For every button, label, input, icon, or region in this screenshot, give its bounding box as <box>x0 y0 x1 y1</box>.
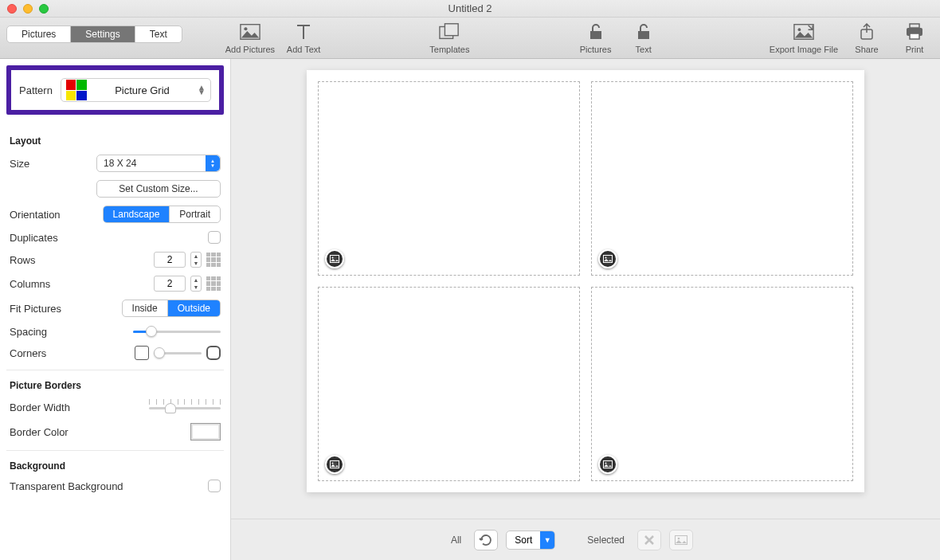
orientation-label: Orientation <box>10 209 81 221</box>
columns-label: Columns <box>10 278 81 290</box>
templates-icon <box>439 22 460 42</box>
svg-rect-18 <box>604 461 613 468</box>
pattern-section: Pattern Picture Grid ▲▼ <box>6 65 224 115</box>
corners-slider[interactable] <box>154 347 202 359</box>
delete-selected-button[interactable] <box>637 530 661 550</box>
transparent-bg-label: Transparent Background <box>10 480 145 492</box>
borders-section: Picture Borders Border Width Border Colo… <box>6 370 224 451</box>
grid-columns-icon <box>206 276 221 291</box>
corners-label: Corners <box>10 347 81 359</box>
share-icon <box>856 22 877 42</box>
selected-picture-button[interactable] <box>669 530 693 550</box>
orientation-landscape[interactable]: Landscape <box>104 206 170 222</box>
title-bar: Untitled 2 <box>0 0 940 18</box>
background-section: Background Transparent Background <box>6 451 224 502</box>
grid-cell[interactable] <box>591 287 853 481</box>
canvas-area: All Sort ▼ Selected <box>231 59 940 560</box>
svg-rect-3 <box>445 24 459 36</box>
border-width-label: Border Width <box>10 401 97 413</box>
add-picture-icon[interactable] <box>598 455 617 474</box>
grid-cell[interactable] <box>318 287 580 481</box>
chevron-updown-icon <box>206 155 220 171</box>
templates-button[interactable]: Templates <box>429 22 469 54</box>
spacing-label: Spacing <box>10 326 81 338</box>
corner-square-icon <box>135 346 149 360</box>
borders-heading: Picture Borders <box>10 380 221 391</box>
export-button[interactable]: Export Image File <box>770 22 838 54</box>
settings-sidebar: Pattern Picture Grid ▲▼ Layout Size 18 <box>0 59 231 560</box>
svg-rect-14 <box>604 256 613 263</box>
window-title: Untitled 2 <box>0 2 940 14</box>
selected-label: Selected <box>587 535 625 546</box>
add-picture-icon[interactable] <box>325 455 344 474</box>
print-button[interactable]: Print <box>895 22 934 54</box>
border-color-well[interactable] <box>190 423 221 441</box>
mode-tabs: Pictures Settings Text <box>6 25 182 43</box>
print-icon <box>904 22 925 42</box>
svg-point-15 <box>605 257 607 259</box>
transparent-bg-checkbox[interactable] <box>208 480 221 492</box>
fit-outside[interactable]: Outside <box>168 300 220 316</box>
all-label: All <box>451 535 461 546</box>
chevron-updown-icon: ▲▼ <box>198 85 206 95</box>
fit-inside[interactable]: Inside <box>123 300 168 316</box>
svg-point-7 <box>797 28 801 31</box>
duplicates-checkbox[interactable] <box>208 231 221 244</box>
refresh-button[interactable] <box>474 530 498 550</box>
rows-label: Rows <box>10 254 81 266</box>
layout-heading: Layout <box>10 135 221 147</box>
svg-point-17 <box>332 463 334 464</box>
lock-text-button[interactable]: Text <box>625 22 663 54</box>
rows-stepper[interactable]: ▲▼ <box>190 252 202 268</box>
svg-point-1 <box>244 27 247 30</box>
fit-label: Fit Pictures <box>10 303 81 315</box>
grid-cell[interactable] <box>591 81 853 276</box>
grid-rows-icon <box>206 253 221 267</box>
add-pictures-button[interactable]: Add Pictures <box>225 22 275 54</box>
add-picture-icon[interactable] <box>598 249 617 268</box>
share-button[interactable]: Share <box>848 22 886 54</box>
rows-input[interactable] <box>154 252 186 268</box>
svg-point-21 <box>678 537 680 539</box>
image-icon <box>240 22 260 42</box>
orientation-segment: Landscape Portrait <box>103 206 221 223</box>
spacing-slider[interactable] <box>133 325 221 338</box>
svg-rect-4 <box>590 31 601 39</box>
size-label: Size <box>10 158 81 170</box>
duplicates-label: Duplicates <box>10 232 81 244</box>
svg-rect-11 <box>910 33 919 39</box>
size-select[interactable]: 18 X 24 <box>96 155 221 172</box>
text-icon <box>293 22 314 42</box>
pattern-select[interactable]: Picture Grid ▲▼ <box>61 78 211 102</box>
svg-rect-12 <box>331 256 339 263</box>
unlock-icon <box>586 22 606 42</box>
sort-button[interactable]: Sort ▼ <box>506 531 555 550</box>
pattern-label: Pattern <box>19 84 53 96</box>
toolbar: Pictures Settings Text Add Pictures Add … <box>0 18 940 59</box>
orientation-portrait[interactable]: Portrait <box>170 206 220 222</box>
custom-size-button[interactable]: Set Custom Size... <box>96 180 221 198</box>
export-icon <box>793 22 814 42</box>
columns-stepper[interactable]: ▲▼ <box>190 276 202 292</box>
layout-section: Layout Size 18 X 24 Set Custom Size... <box>6 126 224 370</box>
canvas-footer: All Sort ▼ Selected <box>231 519 940 560</box>
tab-text[interactable]: Text <box>135 26 182 42</box>
columns-input[interactable] <box>154 276 186 292</box>
tab-pictures[interactable]: Pictures <box>7 26 71 42</box>
pattern-swatch-icon <box>66 80 87 100</box>
svg-rect-16 <box>331 461 339 468</box>
unlock-icon <box>633 22 654 42</box>
corner-round-icon <box>206 346 221 360</box>
add-text-button[interactable]: Add Text <box>284 22 323 54</box>
svg-rect-5 <box>638 31 649 39</box>
fit-segment: Inside Outside <box>122 300 221 317</box>
add-picture-icon[interactable] <box>325 249 344 268</box>
pattern-value: Picture Grid <box>95 84 190 96</box>
svg-point-13 <box>332 257 334 259</box>
grid-cell[interactable] <box>318 81 580 276</box>
tab-settings[interactable]: Settings <box>71 26 135 42</box>
picture-grid-sheet <box>307 70 864 492</box>
background-heading: Background <box>10 460 221 472</box>
border-width-slider[interactable] <box>149 399 221 415</box>
lock-pictures-button[interactable]: Pictures <box>577 22 615 54</box>
